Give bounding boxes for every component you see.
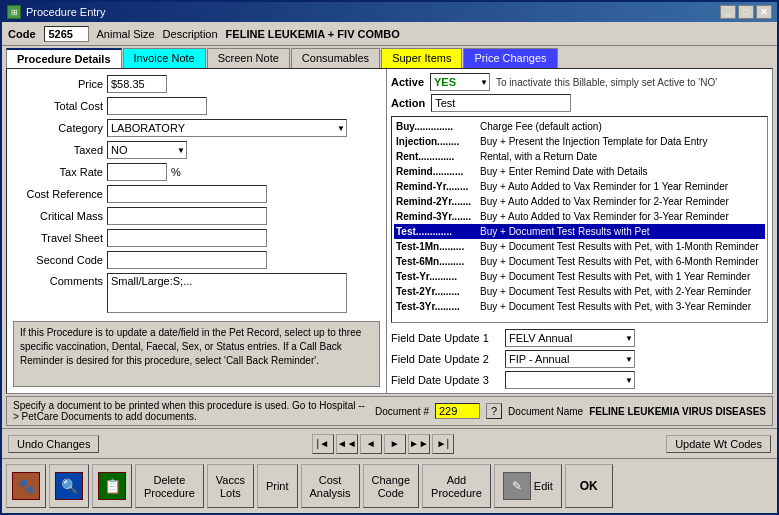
travel-sheet-input[interactable] bbox=[107, 229, 267, 247]
action-input[interactable] bbox=[431, 94, 571, 112]
close-button[interactable]: ✕ bbox=[756, 5, 772, 19]
tab-invoice-note[interactable]: Invoice Note bbox=[123, 48, 206, 68]
action-desc: Buy + Auto Added to Vax Reminder for 3-Y… bbox=[480, 209, 763, 224]
action-item-test-2yr[interactable]: Test-2Yr......... Buy + Document Test Re… bbox=[394, 284, 765, 299]
undo-changes-button[interactable]: Undo Changes bbox=[8, 435, 99, 453]
field-date-2-dropdown[interactable]: FIP - Annual bbox=[505, 350, 635, 368]
action-item-injection[interactable]: Injection........ Buy + Present the Inje… bbox=[394, 134, 765, 149]
action-item-remind-2yr[interactable]: Remind-2Yr....... Buy + Auto Added to Va… bbox=[394, 194, 765, 209]
action-desc: Charge Fee (default action) bbox=[480, 119, 763, 134]
tax-rate-input[interactable] bbox=[107, 163, 167, 181]
nav-controls: |◄ ◄◄ ◄ ► ►► ►| bbox=[312, 434, 454, 454]
action-code: Rent............. bbox=[396, 149, 476, 164]
title-bar: ⊞ Procedure Entry _ □ ✕ bbox=[2, 2, 777, 22]
cost-analysis-button[interactable]: Cost Analysis bbox=[301, 464, 360, 508]
app-icon: ⊞ bbox=[7, 5, 21, 19]
action-desc: Buy + Document Test Results with Pet, wi… bbox=[480, 239, 763, 254]
field-date-1-dropdown[interactable]: FELV Annual bbox=[505, 329, 635, 347]
tab-screen-note[interactable]: Screen Note bbox=[207, 48, 290, 68]
add-procedure-button[interactable]: Add Procedure bbox=[422, 464, 491, 508]
action-code: Test-6Mn......... bbox=[396, 254, 476, 269]
change-code-button[interactable]: Change Code bbox=[363, 464, 420, 508]
action-code: Buy.............. bbox=[396, 119, 476, 134]
field-dates-area: Field Date Update 1 FELV Annual ▼ Field … bbox=[391, 329, 768, 389]
active-dropdown[interactable]: YES NO bbox=[430, 73, 490, 91]
tabs-row: Procedure Details Invoice Note Screen No… bbox=[2, 46, 777, 68]
action-code: Test-2Yr......... bbox=[396, 284, 476, 299]
action-item-test-6mn[interactable]: Test-6Mn......... Buy + Document Test Re… bbox=[394, 254, 765, 269]
minimize-button[interactable]: _ bbox=[720, 5, 736, 19]
action-item-test-1mn[interactable]: Test-1Mn......... Buy + Document Test Re… bbox=[394, 239, 765, 254]
print-button[interactable]: Print bbox=[257, 464, 298, 508]
pct-label: % bbox=[171, 166, 181, 178]
active-label: Active bbox=[391, 76, 424, 88]
paw-icon: 🐾 bbox=[12, 472, 40, 500]
window-controls: _ □ ✕ bbox=[720, 5, 772, 19]
nav-prev-fast-button[interactable]: ◄◄ bbox=[336, 434, 358, 454]
action-desc: Buy + Document Test Results with Pet, wi… bbox=[480, 284, 763, 299]
nav-next-fast-button[interactable]: ►► bbox=[408, 434, 430, 454]
second-code-input[interactable] bbox=[107, 251, 267, 269]
action-label: Action bbox=[391, 97, 425, 109]
action-item-test-yr[interactable]: Test-Yr.......... Buy + Document Test Re… bbox=[394, 269, 765, 284]
edit-button[interactable]: ✎ Edit bbox=[494, 464, 562, 508]
second-code-row: Second Code bbox=[13, 251, 380, 269]
delete-procedure-button[interactable]: Delete Procedure bbox=[135, 464, 204, 508]
tab-super-items[interactable]: Super Items bbox=[381, 48, 462, 68]
taxed-row: Taxed NO YES ▼ bbox=[13, 141, 380, 159]
action-desc: Rental, with a Return Date bbox=[480, 149, 763, 164]
nav-last-button[interactable]: ►| bbox=[432, 434, 454, 454]
ok-button[interactable]: OK bbox=[565, 464, 613, 508]
action-desc: Buy + Document Test Results with Pet, wi… bbox=[480, 254, 763, 269]
action-item-remind-3yr[interactable]: Remind-3Yr....... Buy + Auto Added to Va… bbox=[394, 209, 765, 224]
window-title: Procedure Entry bbox=[26, 6, 105, 18]
field-date-1-row: Field Date Update 1 FELV Annual ▼ bbox=[391, 329, 768, 347]
action-desc: Buy + Auto Added to Vax Reminder for 1 Y… bbox=[480, 179, 763, 194]
action-code: Remind-2Yr....... bbox=[396, 194, 476, 209]
tab-consumables[interactable]: Consumables bbox=[291, 48, 380, 68]
description-label: Description bbox=[163, 28, 218, 40]
tab-procedure-details[interactable]: Procedure Details bbox=[6, 48, 122, 68]
left-panel: Price Total Cost Category LABORATORY ▼ T… bbox=[7, 69, 387, 393]
price-input[interactable] bbox=[107, 75, 167, 93]
total-cost-input[interactable] bbox=[107, 97, 207, 115]
doc-name-value: FELINE LEUKEMIA VIRUS DISEASES bbox=[589, 406, 766, 417]
critical-mass-input[interactable] bbox=[107, 207, 267, 225]
info-text: If this Procedure is to update a date/fi… bbox=[20, 327, 361, 366]
doc-question-button[interactable]: ? bbox=[486, 403, 502, 419]
category-dropdown[interactable]: LABORATORY bbox=[107, 119, 347, 137]
tax-rate-row: Tax Rate % bbox=[13, 163, 380, 181]
travel-sheet-row: Travel Sheet bbox=[13, 229, 380, 247]
action-item-rent[interactable]: Rent............. Rental, with a Return … bbox=[394, 149, 765, 164]
action-item-test-3yr[interactable]: Test-3Yr......... Buy + Document Test Re… bbox=[394, 299, 765, 314]
taxed-dropdown[interactable]: NO YES bbox=[107, 141, 187, 159]
icon-btn-3[interactable]: 📋 bbox=[92, 464, 132, 508]
cost-ref-row: Cost Reference bbox=[13, 185, 380, 203]
comments-textarea[interactable]: Small/Large:S;... bbox=[107, 273, 347, 313]
active-note: To inactivate this Billable, simply set … bbox=[496, 77, 717, 88]
action-desc: Buy + Document Test Results with Pet, wi… bbox=[480, 269, 763, 284]
doc-num-input[interactable] bbox=[435, 403, 480, 419]
action-item-buy[interactable]: Buy.............. Charge Fee (default ac… bbox=[394, 119, 765, 134]
action-item-remind[interactable]: Remind........... Buy + Enter Remind Dat… bbox=[394, 164, 765, 179]
cost-ref-input[interactable] bbox=[107, 185, 267, 203]
action-item-test[interactable]: Test............. Buy + Document Test Re… bbox=[394, 224, 765, 239]
total-cost-label: Total Cost bbox=[13, 100, 103, 112]
nav-next-button[interactable]: ► bbox=[384, 434, 406, 454]
nav-prev-button[interactable]: ◄ bbox=[360, 434, 382, 454]
bottom-bar: 🐾 🔍 📋 Delete Procedure Vaccs Lots Print … bbox=[2, 458, 777, 513]
field-date-3-dropdown[interactable] bbox=[505, 371, 635, 389]
icon-btn-2[interactable]: 🔍 bbox=[49, 464, 89, 508]
field-date-3-row: Field Date Update 3 ▼ bbox=[391, 371, 768, 389]
update-wt-codes-button[interactable]: Update Wt Codes bbox=[666, 435, 771, 453]
nav-first-button[interactable]: |◄ bbox=[312, 434, 334, 454]
maximize-button[interactable]: □ bbox=[738, 5, 754, 19]
field-date-1-label: Field Date Update 1 bbox=[391, 332, 501, 344]
critical-mass-row: Critical Mass bbox=[13, 207, 380, 225]
vaccs-lots-button[interactable]: Vaccs Lots bbox=[207, 464, 254, 508]
action-desc: Buy + Document Test Results with Pet, wi… bbox=[480, 299, 763, 314]
actions-list[interactable]: Buy.............. Charge Fee (default ac… bbox=[391, 116, 768, 323]
icon-btn-1[interactable]: 🐾 bbox=[6, 464, 46, 508]
action-item-remind-yr[interactable]: Remind-Yr........ Buy + Auto Added to Va… bbox=[394, 179, 765, 194]
tab-price-changes[interactable]: Price Changes bbox=[463, 48, 557, 68]
